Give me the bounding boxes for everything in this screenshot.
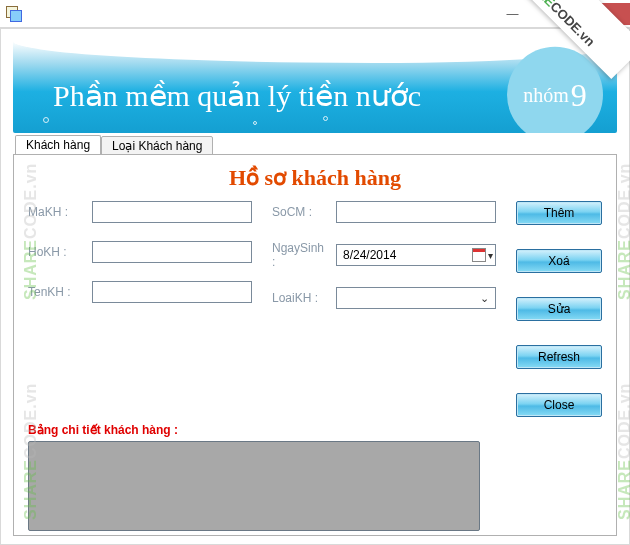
refresh-button[interactable]: Refresh bbox=[516, 345, 602, 369]
detail-datagrid[interactable] bbox=[28, 441, 480, 531]
calendar-icon bbox=[472, 248, 486, 262]
banner-group-badge: nhóm 9 bbox=[507, 47, 603, 133]
label-makh: MaKH : bbox=[28, 205, 86, 219]
datepicker-value: 8/24/2014 bbox=[343, 248, 396, 262]
minimize-button[interactable]: — bbox=[490, 3, 535, 25]
tab-strip: Khách hàng Loại Khách hàng bbox=[13, 135, 617, 155]
tab-panel-customers: Hồ sơ khách hàng MaKH : HoKH : Ten bbox=[13, 154, 617, 536]
label-socm: SoCM : bbox=[272, 205, 330, 219]
form-title: Hồ sơ khách hàng bbox=[28, 165, 602, 191]
combobox-loaikh[interactable]: ⌄ bbox=[336, 287, 496, 309]
row-socm: SoCM : bbox=[272, 201, 496, 223]
badge-label: nhóm bbox=[523, 83, 569, 106]
tab-customers[interactable]: Khách hàng bbox=[15, 135, 101, 155]
maximize-button[interactable]: ☐ bbox=[535, 3, 580, 25]
form-col-right: SoCM : NgaySinh : 8/24/2014 ▾ bbox=[272, 201, 496, 417]
input-socm[interactable] bbox=[336, 201, 496, 223]
input-hokh[interactable] bbox=[92, 241, 252, 263]
banner-title: Phần mềm quản lý tiền nước bbox=[53, 78, 421, 113]
tab-customer-types[interactable]: Loại Khách hàng bbox=[101, 136, 213, 156]
window-frame: Phần mềm quản lý tiền nước nhóm 9 Khách … bbox=[0, 28, 630, 545]
bubble-icon bbox=[253, 121, 257, 125]
window-titlebar: — ☐ ✕ bbox=[0, 0, 630, 28]
bubble-icon bbox=[43, 117, 49, 123]
action-buttons: Thêm Xoá Sửa Refresh Close bbox=[516, 201, 602, 417]
form-columns: MaKH : HoKH : TenKH : bbox=[28, 201, 496, 417]
row-makh: MaKH : bbox=[28, 201, 252, 223]
row-ngaysinh: NgaySinh : 8/24/2014 ▾ bbox=[272, 241, 496, 269]
app-icon bbox=[6, 6, 22, 22]
row-tenkh: TenKH : bbox=[28, 281, 252, 303]
delete-button[interactable]: Xoá bbox=[516, 249, 602, 273]
input-makh[interactable] bbox=[92, 201, 252, 223]
label-ngaysinh: NgaySinh : bbox=[272, 241, 330, 269]
label-tenkh: TenKH : bbox=[28, 285, 86, 299]
row-hokh: HoKH : bbox=[28, 241, 252, 263]
label-hokh: HoKH : bbox=[28, 245, 86, 259]
window-close-button[interactable]: ✕ bbox=[580, 3, 630, 25]
form-col-left: MaKH : HoKH : TenKH : bbox=[28, 201, 252, 417]
chevron-down-icon: ▾ bbox=[488, 250, 493, 261]
badge-number: 9 bbox=[571, 76, 587, 113]
chevron-down-icon: ⌄ bbox=[480, 292, 489, 305]
window-controls: — ☐ ✕ bbox=[490, 3, 630, 25]
input-tenkh[interactable] bbox=[92, 281, 252, 303]
edit-button[interactable]: Sửa bbox=[516, 297, 602, 321]
titlebar-left bbox=[6, 6, 26, 22]
bubble-icon bbox=[323, 116, 328, 121]
form-area: MaKH : HoKH : TenKH : bbox=[28, 201, 602, 417]
close-button[interactable]: Close bbox=[516, 393, 602, 417]
add-button[interactable]: Thêm bbox=[516, 201, 602, 225]
app-banner: Phần mềm quản lý tiền nước nhóm 9 bbox=[13, 41, 617, 133]
datepicker-ngaysinh[interactable]: 8/24/2014 ▾ bbox=[336, 244, 496, 266]
tab-control: Khách hàng Loại Khách hàng Hồ sơ khách h… bbox=[13, 135, 617, 536]
label-loaikh: LoaiKH : bbox=[272, 291, 330, 305]
row-loaikh: LoaiKH : ⌄ bbox=[272, 287, 496, 309]
detail-label: Bảng chi tiết khách hàng : bbox=[28, 423, 602, 437]
